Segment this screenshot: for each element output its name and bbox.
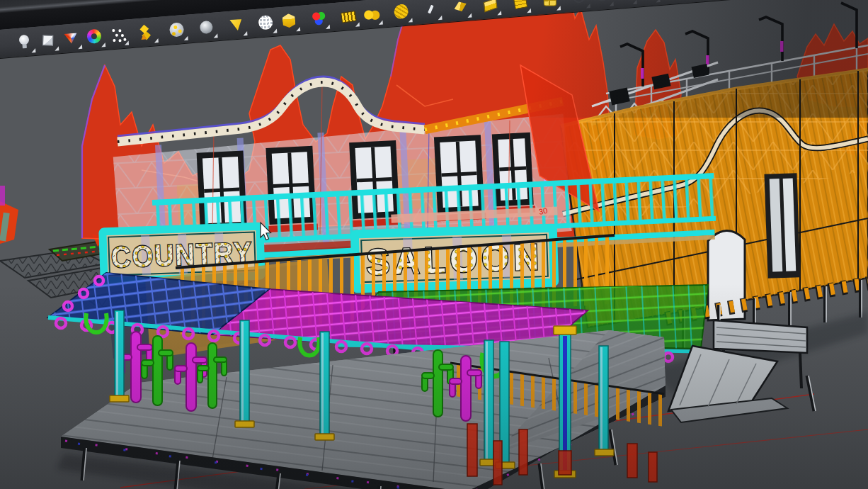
toolbar-icon-dotted-sphere-tool[interactable]	[165, 16, 188, 43]
spiral-faint-2-icon	[593, 0, 612, 4]
toolbar-icon-wrapped-cube-tool[interactable]	[537, 0, 561, 13]
tilted-panel-tool-icon	[481, 0, 499, 13]
toolbar-icon-color-ring-tool[interactable]	[83, 23, 106, 50]
color-ring-tool-icon	[85, 27, 103, 45]
toolbar-icon-lightbulb-tool[interactable]	[13, 28, 36, 55]
toolbar-icon-mini-marker-tool[interactable]	[419, 0, 442, 23]
spiral-faint-4-icon	[639, 0, 658, 1]
toolbar-icon-tilted-panel-tool[interactable]	[479, 0, 502, 18]
gray-sphere-tool-icon	[197, 18, 215, 37]
toolbar-icon-striped-card-tool[interactable]	[336, 2, 360, 29]
side-window	[764, 173, 800, 279]
hatched-blob-tool-icon	[392, 2, 411, 21]
left-edge-accents	[0, 186, 18, 244]
gold-diamonds-tool-icon	[138, 23, 156, 41]
grid-panel-tool-icon	[510, 0, 529, 11]
gold-pair-tool-icon	[362, 5, 381, 23]
material-shield-tool-icon	[62, 29, 80, 47]
lightbulb-tool-icon	[15, 33, 33, 51]
mini-marker-tool-icon	[421, 0, 440, 18]
scatter-dots-tool-icon	[108, 26, 127, 44]
toolbar-icon-rgb-circles-tool[interactable]	[307, 5, 331, 32]
toolbar-icon-white-box-tool[interactable]	[36, 26, 59, 53]
toolbar-icon-gold-cube-tool[interactable]	[278, 7, 301, 34]
spiral-faint-1-icon	[570, 0, 588, 6]
dotted-sphere-tool-icon	[168, 21, 186, 39]
gold-cube-tool-icon	[280, 11, 298, 30]
arched-doorway	[708, 230, 745, 320]
toolbar-icon-spiral-faint-3[interactable]	[614, 0, 637, 7]
toolbar-icon-material-shield-tool[interactable]	[59, 25, 83, 52]
spiral-faint-3-icon	[617, 0, 635, 3]
toolbar-icon-gray-sphere-tool[interactable]	[195, 13, 218, 40]
wrapped-cube-tool-icon	[540, 0, 559, 9]
toolbar-icon-scatter-dots-tool[interactable]	[105, 21, 129, 47]
toolbar-icon-spiral-faint-2[interactable]	[590, 0, 614, 9]
toolbar-icon-mesh-sphere-tool[interactable]	[254, 9, 278, 36]
rgb-circles-tool-icon	[309, 9, 328, 28]
play-triangle-tool-icon	[227, 16, 245, 34]
red-dimension-annotation: 30	[538, 206, 548, 216]
toolbar-icon-gold-diamonds-tool[interactable]	[135, 18, 159, 45]
toolbar-icon-spiral-faint-4[interactable]	[637, 0, 661, 5]
striped-card-tool-icon	[339, 6, 358, 25]
white-box-tool-icon	[38, 31, 57, 50]
toolbar-icon-hatched-blob-tool[interactable]	[389, 0, 413, 26]
toolbar-icon-grid-panel-tool[interactable]	[508, 0, 532, 16]
toolbar-icon-play-triangle-tool[interactable]	[224, 11, 248, 38]
toolbar-icon-gold-pair-tool[interactable]	[360, 1, 383, 28]
mesh-sphere-tool-icon	[256, 13, 275, 32]
folded-sheet-tool-icon	[451, 0, 469, 16]
toolbar-icon-spiral-faint-1[interactable]	[567, 0, 590, 11]
toolbar-icon-folded-sheet-tool[interactable]	[449, 0, 472, 21]
monitor-photo: COUNTRY SALOON 30	[0, 0, 868, 489]
